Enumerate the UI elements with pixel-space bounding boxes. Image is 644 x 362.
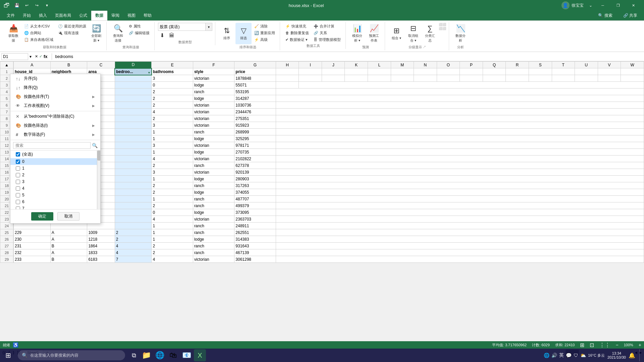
- cell-D24[interactable]: [115, 223, 152, 229]
- cell-E3[interactable]: 0: [152, 82, 193, 88]
- cell-C26[interactable]: 1218: [87, 236, 115, 243]
- cell-G6[interactable]: 1030736: [234, 102, 276, 109]
- col-K[interactable]: K: [345, 62, 368, 68]
- cell-F26[interactable]: lodge: [193, 236, 234, 243]
- cell-N1[interactable]: [414, 68, 437, 75]
- btn-properties[interactable]: ⚙ 属性: [127, 23, 152, 29]
- cell-T1[interactable]: [552, 68, 575, 75]
- col-P[interactable]: P: [460, 62, 483, 68]
- filter-icon-d1[interactable]: ▼: [148, 71, 151, 74]
- cell-G23[interactable]: 2363703: [234, 216, 276, 223]
- name-box[interactable]: [1, 53, 28, 60]
- cell-D7[interactable]: [115, 109, 152, 115]
- number-filter-item[interactable]: # 数字筛选(F) ▶: [10, 130, 100, 139]
- cell-E9[interactable]: 3: [152, 122, 193, 129]
- btn-group[interactable]: ⊞ 组合 ▾: [388, 23, 405, 44]
- cell-F11[interactable]: lodge: [193, 135, 234, 142]
- cell-G29[interactable]: 3061298: [234, 256, 276, 263]
- cell-D20[interactable]: [115, 196, 152, 202]
- cell-F21[interactable]: ranch: [193, 202, 234, 209]
- user-account[interactable]: 👤 徐宝宝: [561, 1, 584, 9]
- cell-C28[interactable]: 1833: [87, 249, 115, 256]
- btn-recent-sources[interactable]: 🕐 最近使用的源: [56, 23, 88, 29]
- cell-D12[interactable]: [115, 142, 152, 149]
- cell-F3[interactable]: lodge: [193, 82, 234, 88]
- btn-reapply[interactable]: 🔄 重新应用: [252, 29, 277, 36]
- filter-checkbox-6[interactable]: [16, 200, 20, 204]
- taskbar-search-box[interactable]: 🔍 在这里输入你要搜索的内容: [18, 350, 125, 360]
- undo-button[interactable]: ↩: [23, 1, 31, 9]
- cell-D26[interactable]: 2: [115, 236, 152, 243]
- sort-asc-item[interactable]: ↑↓ 升序(S): [10, 74, 100, 83]
- cell-G15[interactable]: 627378: [234, 162, 276, 169]
- filter-checkbox-3[interactable]: [16, 180, 20, 184]
- row-num-25[interactable]: 25: [0, 229, 13, 236]
- antivirus-icon[interactable]: 🛡: [574, 353, 578, 358]
- cell-F12[interactable]: victorian: [193, 142, 234, 149]
- filter-item-all[interactable]: (全选): [10, 150, 100, 158]
- cell-F13[interactable]: lodge: [193, 149, 234, 156]
- btn-filter[interactable]: ▽ 筛选: [235, 23, 252, 44]
- clear-filter-item[interactable]: ✕ 从"bedrooms"中清除筛选(C): [10, 112, 100, 121]
- cell-E28[interactable]: 2: [152, 249, 193, 256]
- cell-H1[interactable]: [276, 68, 299, 75]
- btn-refresh-all[interactable]: 🔄 全部刷新 ▾: [89, 23, 104, 44]
- btn-manage-model[interactable]: 🗄 管理数据模型: [312, 36, 343, 43]
- filter-item-2[interactable]: 2: [10, 172, 100, 178]
- cell-G10[interactable]: 268999: [234, 129, 276, 135]
- btn-insert-data[interactable]: ⬇: [158, 32, 166, 39]
- status-accessibility-icon[interactable]: ♿: [13, 342, 18, 348]
- sort-by-color-item[interactable]: 🎨 按颜色排序(T) ▶: [10, 92, 100, 101]
- taskbar-app-explorer[interactable]: 📁: [140, 349, 152, 361]
- cell-E1[interactable]: bathrooms: [152, 68, 193, 75]
- cell-E27[interactable]: 2: [152, 243, 193, 249]
- page-layout-icon[interactable]: ⊡: [590, 342, 594, 348]
- cell-D17[interactable]: [115, 176, 152, 182]
- cell-I1[interactable]: [299, 68, 322, 75]
- cell-D8[interactable]: [115, 115, 152, 122]
- row-num-28[interactable]: 28: [0, 249, 13, 256]
- filter-item-1[interactable]: 1: [10, 165, 100, 172]
- cell-G4[interactable]: 553195: [234, 88, 276, 95]
- cell-F23[interactable]: victorian: [193, 216, 234, 223]
- col-I[interactable]: I: [299, 62, 322, 68]
- filter-item-4[interactable]: 4: [10, 185, 100, 192]
- data-type-dropdown-btn[interactable]: ▾: [205, 23, 212, 31]
- insert-function-icon[interactable]: fx: [44, 54, 48, 59]
- cell-E26[interactable]: 1: [152, 236, 193, 243]
- cell-F4[interactable]: ranch: [193, 88, 234, 95]
- filter-checkbox-7[interactable]: [16, 206, 20, 209]
- cell-F25[interactable]: ranch: [193, 229, 234, 236]
- cell-D1[interactable]: bedroo... ▼: [115, 68, 152, 75]
- cell-D13[interactable]: [115, 149, 152, 156]
- col-C[interactable]: C: [87, 62, 115, 68]
- cell-G16[interactable]: 920139: [234, 169, 276, 176]
- cancel-edit-icon[interactable]: ✕: [35, 54, 38, 59]
- cell-B25[interactable]: A: [50, 229, 87, 236]
- btn-data-validation[interactable]: ✔ 数据验证 ▾: [283, 36, 311, 43]
- filter-item-7[interactable]: 7: [10, 205, 100, 209]
- cell-G8[interactable]: 275351: [234, 115, 276, 122]
- col-H[interactable]: H: [276, 62, 299, 68]
- cell-J1[interactable]: [322, 68, 345, 75]
- cell-F5[interactable]: lodge: [193, 95, 234, 102]
- cell-F22[interactable]: lodge: [193, 209, 234, 216]
- zoom-out-icon[interactable]: −: [615, 342, 618, 348]
- tab-data[interactable]: 数据: [91, 11, 107, 20]
- cell-E22[interactable]: 0: [152, 209, 193, 216]
- col-V[interactable]: V: [598, 62, 621, 68]
- cell-F16[interactable]: victorian: [193, 169, 234, 176]
- cell-F9[interactable]: victorian: [193, 122, 234, 129]
- cell-E6[interactable]: 2: [152, 102, 193, 109]
- worksheet-view-item[interactable]: 👁 工作表视图(V) ▶: [10, 101, 100, 110]
- row-num-26[interactable]: 26: [0, 236, 13, 243]
- cell-D18[interactable]: [115, 182, 152, 189]
- cell-F19[interactable]: lodge: [193, 189, 234, 196]
- cell-K1[interactable]: [345, 68, 368, 75]
- cell-D22[interactable]: [115, 209, 152, 216]
- col-G[interactable]: G: [234, 62, 276, 68]
- confirm-edit-icon[interactable]: ✓: [39, 54, 42, 59]
- cell-G2[interactable]: 1878848: [234, 75, 276, 82]
- cell-D16[interactable]: [115, 169, 152, 176]
- ribbon-collapse-btn[interactable]: ⌄: [589, 3, 592, 8]
